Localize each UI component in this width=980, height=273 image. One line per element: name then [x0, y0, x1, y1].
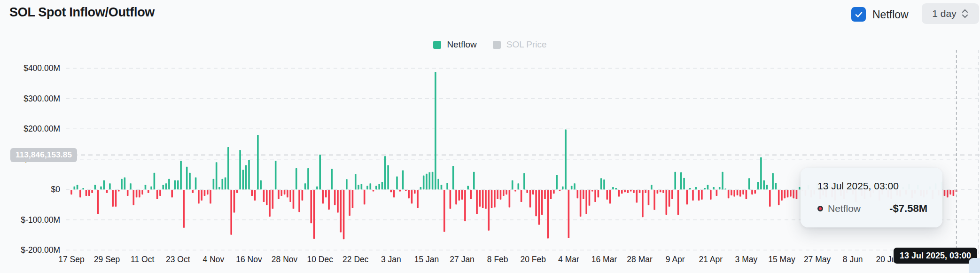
netflow-bar[interactable] — [598, 190, 599, 197]
netflow-bar[interactable] — [710, 190, 712, 200]
netflow-bar[interactable] — [77, 185, 78, 190]
netflow-bar[interactable] — [701, 190, 703, 200]
netflow-bar[interactable] — [541, 190, 543, 215]
netflow-bar[interactable] — [746, 190, 747, 199]
netflow-bar[interactable] — [325, 190, 327, 197]
netflow-bar[interactable] — [737, 190, 739, 195]
netflow-bar[interactable] — [624, 190, 626, 192]
netflow-bar[interactable] — [334, 190, 336, 205]
netflow-bar[interactable] — [148, 190, 149, 193]
netflow-bar[interactable] — [272, 190, 274, 209]
netflow-bar[interactable] — [165, 183, 167, 189]
netflow-bar[interactable] — [192, 190, 194, 193]
netflow-bar[interactable] — [583, 190, 584, 199]
netflow-bar[interactable] — [159, 190, 161, 196]
netflow-bar[interactable] — [213, 179, 215, 190]
netflow-bar[interactable] — [594, 190, 596, 202]
netflow-bar[interactable] — [387, 165, 389, 190]
netflow-bar[interactable] — [506, 190, 507, 195]
netflow-bar[interactable] — [686, 190, 688, 204]
netflow-bar[interactable] — [91, 190, 93, 193]
netflow-bar[interactable] — [751, 190, 753, 195]
netflow-bar[interactable] — [302, 190, 303, 201]
netflow-bar[interactable] — [514, 190, 516, 191]
netflow-bar[interactable] — [177, 180, 179, 189]
netflow-bar[interactable] — [612, 187, 614, 189]
netflow-bar[interactable] — [79, 190, 81, 197]
netflow-bar[interactable] — [760, 157, 762, 189]
netflow-bar[interactable] — [627, 190, 629, 193]
netflow-bar[interactable] — [748, 178, 750, 189]
netflow-bar[interactable] — [722, 172, 723, 189]
netflow-bar[interactable] — [651, 185, 653, 190]
netflow-bar[interactable] — [139, 190, 140, 197]
netflow-bar[interactable] — [337, 190, 339, 212]
netflow-bar[interactable] — [186, 167, 188, 189]
netflow-bar[interactable] — [358, 185, 359, 190]
netflow-bar[interactable] — [370, 183, 372, 189]
netflow-bar[interactable] — [343, 190, 345, 239]
netflow-bar[interactable] — [739, 190, 741, 196]
netflow-bar[interactable] — [130, 183, 132, 189]
netflow-bar[interactable] — [766, 185, 768, 190]
netflow-bar[interactable] — [86, 190, 87, 196]
netflow-bar[interactable] — [417, 190, 419, 208]
netflow-bar[interactable] — [183, 190, 185, 228]
netflow-bar[interactable] — [615, 188, 617, 189]
netflow-bar[interactable] — [733, 190, 735, 196]
netflow-bar[interactable] — [435, 72, 436, 189]
netflow-bar[interactable] — [263, 190, 265, 202]
netflow-bar[interactable] — [210, 190, 211, 203]
netflow-bar[interactable] — [550, 190, 552, 199]
netflow-bar[interactable] — [790, 190, 792, 196]
netflow-bar[interactable] — [476, 190, 478, 214]
netflow-bar[interactable] — [494, 190, 496, 207]
netflow-bar[interactable] — [313, 190, 315, 239]
netflow-bar[interactable] — [284, 190, 286, 195]
netflow-bar[interactable] — [109, 183, 111, 189]
netflow-bar[interactable] — [535, 190, 537, 216]
netflow-bar[interactable] — [671, 190, 673, 199]
netflow-bar[interactable] — [450, 190, 451, 209]
netflow-bar[interactable] — [775, 183, 777, 189]
netflow-bar[interactable] — [364, 190, 366, 204]
netflow-bar[interactable] — [698, 190, 700, 201]
netflow-bar[interactable] — [112, 190, 114, 206]
netflow-bar[interactable] — [328, 190, 330, 210]
netflow-bar[interactable] — [189, 173, 191, 189]
netflow-bar[interactable] — [683, 178, 685, 190]
netflow-bar[interactable] — [509, 190, 511, 207]
netflow-bar[interactable] — [473, 172, 475, 189]
netflow-bar[interactable] — [242, 170, 244, 189]
netflow-bar[interactable] — [278, 190, 280, 199]
netflow-bar[interactable] — [289, 190, 291, 202]
netflow-bar[interactable] — [523, 173, 525, 189]
netflow-bar[interactable] — [426, 174, 428, 190]
netflow-bar[interactable] — [171, 190, 173, 197]
netflow-bar[interactable] — [526, 190, 528, 193]
netflow-bar[interactable] — [796, 190, 798, 199]
netflow-bar[interactable] — [298, 190, 300, 212]
netflow-bar[interactable] — [432, 172, 434, 189]
netflow-bar[interactable] — [633, 190, 635, 193]
netflow-bar[interactable] — [754, 190, 756, 194]
netflow-bar[interactable] — [485, 190, 487, 209]
netflow-bar[interactable] — [544, 190, 546, 199]
netflow-bar[interactable] — [168, 179, 170, 190]
netflow-bar[interactable] — [281, 190, 283, 196]
netflow-bar[interactable] — [204, 190, 206, 196]
netflow-bar[interactable] — [618, 190, 620, 196]
netflow-bar[interactable] — [414, 190, 416, 194]
netflow-bar[interactable] — [577, 190, 579, 198]
netflow-bar[interactable] — [704, 188, 706, 189]
netflow-bar[interactable] — [390, 190, 392, 192]
netflow-bar[interactable] — [133, 190, 135, 205]
netflow-bar[interactable] — [287, 190, 288, 197]
netflow-bar[interactable] — [660, 190, 661, 192]
netflow-bar[interactable] — [97, 190, 99, 214]
netflow-bar[interactable] — [784, 190, 786, 198]
netflow-bar[interactable] — [346, 179, 348, 189]
netflow-bar[interactable] — [381, 182, 383, 189]
netflow-bar[interactable] — [742, 190, 744, 195]
netflow-bar[interactable] — [585, 190, 587, 214]
